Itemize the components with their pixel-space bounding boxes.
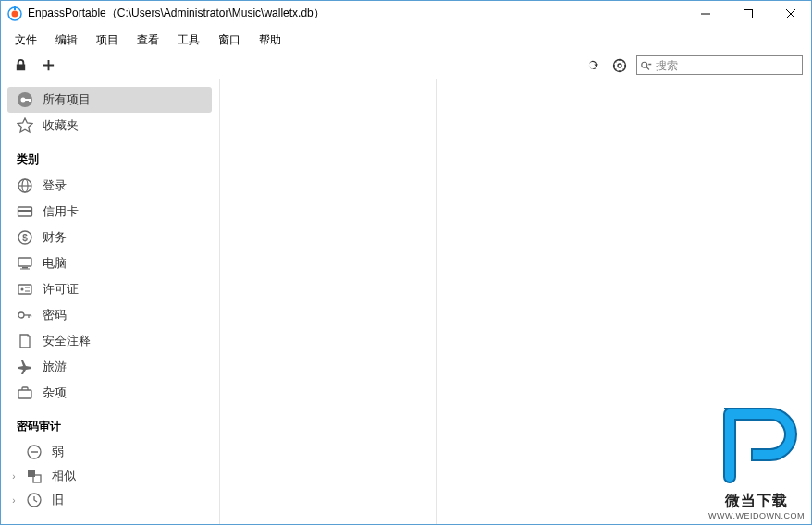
menu-item[interactable]: 项目: [89, 31, 126, 50]
sidebar-cat-securenote[interactable]: 安全注释: [7, 328, 212, 354]
sidebar-cat-finance[interactable]: $ 财务: [7, 225, 212, 250]
sidebar-label: 安全注释: [43, 333, 91, 349]
globe-icon: [17, 177, 33, 194]
menu-tools[interactable]: 工具: [170, 31, 207, 50]
creditcard-icon: [17, 203, 33, 220]
watermark: 微当下载 WWW.WEIDOWN.COM: [706, 399, 807, 520]
svg-text:$: $: [22, 233, 28, 243]
svg-rect-23: [18, 258, 31, 266]
svg-line-10: [646, 67, 649, 69]
sidebar: 所有项目 收藏夹 类别 登录 信用卡 $ 财务 电脑 许可证: [0, 79, 220, 525]
menu-help[interactable]: 帮助: [252, 31, 289, 50]
svg-rect-15: [29, 99, 31, 102]
sidebar-label: 登录: [43, 177, 67, 194]
chevron-right-icon[interactable]: ›: [9, 495, 18, 506]
watermark-text: 微当下载: [706, 492, 807, 511]
clock-icon: [26, 492, 43, 508]
window-title: EnpassPortable（C:\Users\Administrator\Mu…: [28, 6, 684, 21]
settings-button[interactable]: [609, 55, 631, 77]
menubar: 文件 编辑 项目 查看 工具 窗口 帮助: [0, 28, 812, 52]
search-icon: [641, 60, 652, 71]
sidebar-cat-password[interactable]: 密码: [7, 302, 212, 328]
sidebar-favorites[interactable]: 收藏夹: [7, 113, 212, 139]
menu-edit[interactable]: 编辑: [48, 31, 85, 50]
sidebar-label: 财务: [43, 229, 67, 246]
svg-rect-25: [20, 269, 30, 270]
svg-rect-37: [28, 470, 35, 477]
svg-rect-2: [14, 6, 16, 10]
note-icon: [17, 333, 33, 349]
svg-rect-4: [744, 10, 753, 18]
section-categories: 类别: [7, 139, 219, 173]
key-icon: [17, 92, 33, 108]
minimize-button[interactable]: [684, 0, 727, 28]
svg-point-13: [21, 98, 26, 103]
svg-rect-26: [18, 285, 31, 294]
sidebar-label: 密码: [43, 307, 67, 324]
watermark-logo-icon: [706, 399, 807, 492]
star-icon: [17, 117, 33, 134]
svg-rect-11: [648, 63, 651, 65]
chevron-right-icon[interactable]: ›: [9, 471, 18, 482]
svg-rect-24: [22, 267, 28, 269]
items-list-pane: [220, 79, 437, 525]
sidebar-label: 许可证: [43, 281, 79, 298]
license-icon: [17, 281, 33, 298]
sidebar-cat-misc[interactable]: 杂项: [7, 380, 212, 406]
search-input[interactable]: [656, 59, 798, 72]
plane-icon: [17, 359, 33, 375]
sidebar-cat-computer[interactable]: 电脑: [7, 250, 212, 276]
sidebar-label: 杂项: [43, 385, 67, 401]
weak-icon: [26, 444, 43, 460]
similar-icon: [26, 468, 43, 484]
briefcase-icon: [17, 385, 33, 401]
menu-window[interactable]: 窗口: [211, 31, 248, 50]
lock-button[interactable]: [9, 55, 31, 77]
watermark-url: WWW.WEIDOWN.COM: [706, 511, 807, 520]
sidebar-cat-license[interactable]: 许可证: [7, 276, 212, 302]
sidebar-label: 旅游: [43, 359, 67, 375]
sidebar-label: 相似: [52, 468, 76, 484]
sidebar-all-items[interactable]: 所有项目: [7, 87, 212, 113]
sidebar-label: 收藏夹: [43, 117, 79, 134]
sidebar-cat-creditcard[interactable]: 信用卡: [7, 199, 212, 225]
sidebar-label: 旧: [52, 492, 64, 508]
main-panes: 所有项目 收藏夹 类别 登录 信用卡 $ 财务 电脑 许可证: [0, 79, 812, 525]
sidebar-label: 电脑: [43, 255, 67, 272]
svg-rect-34: [18, 390, 31, 398]
sidebar-cat-travel[interactable]: 旅游: [7, 354, 212, 380]
sidebar-audit-old[interactable]: › 旧: [0, 488, 219, 512]
sidebar-label: 信用卡: [43, 203, 79, 220]
computer-icon: [17, 255, 33, 272]
sidebar-cat-login[interactable]: 登录: [7, 173, 212, 199]
svg-rect-20: [18, 210, 32, 212]
sync-button[interactable]: [581, 55, 603, 77]
sidebar-audit-similar[interactable]: › 相似: [0, 464, 219, 488]
add-button[interactable]: [37, 55, 59, 77]
key-flat-icon: [17, 307, 33, 324]
app-icon: [7, 6, 22, 21]
menu-view[interactable]: 查看: [129, 31, 166, 50]
window-controls: [684, 0, 812, 27]
svg-point-1: [12, 10, 18, 17]
search-box[interactable]: [636, 55, 803, 75]
svg-point-30: [18, 312, 24, 318]
svg-point-9: [642, 62, 647, 67]
svg-point-8: [618, 64, 621, 67]
menu-file[interactable]: 文件: [7, 31, 44, 50]
close-button[interactable]: [769, 0, 812, 28]
detail-pane: 微当下载 WWW.WEIDOWN.COM: [437, 79, 812, 525]
titlebar: EnpassPortable（C:\Users\Administrator\Mu…: [0, 0, 812, 28]
dollar-icon: $: [17, 229, 33, 246]
svg-point-27: [21, 288, 24, 291]
section-audit: 密码审计: [7, 406, 219, 440]
sidebar-label: 所有项目: [43, 92, 91, 108]
sidebar-label: 弱: [52, 444, 64, 460]
sidebar-audit-weak[interactable]: › 弱: [0, 440, 219, 464]
maximize-button[interactable]: [727, 0, 769, 28]
toolbar: [0, 52, 812, 79]
